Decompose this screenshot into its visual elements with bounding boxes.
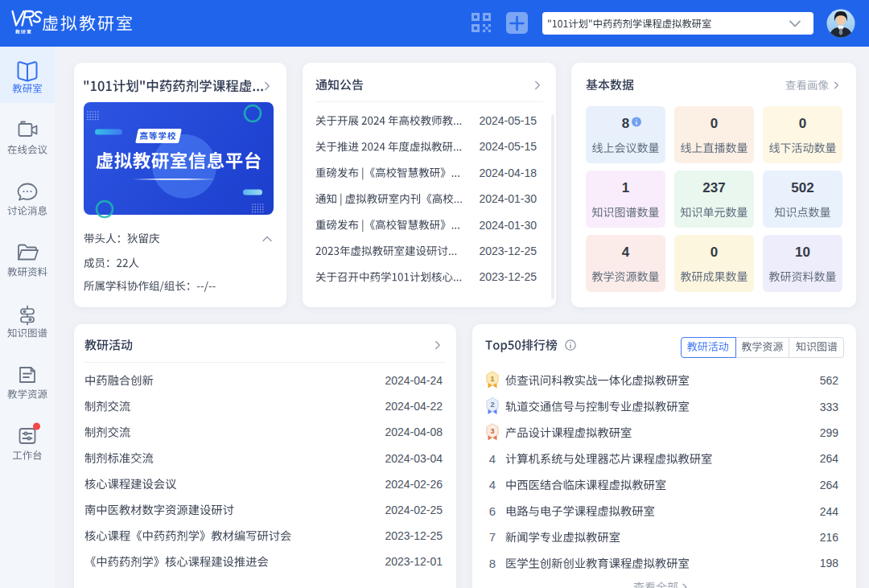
svg-text:4: 4 [489,478,496,491]
svg-text:8: 8 [489,557,496,570]
svg-text:7: 7 [489,530,496,544]
svg-text:3: 3 [490,427,494,435]
svg-text:6: 6 [489,504,496,518]
svg-text:4: 4 [489,452,496,466]
svg-text:1: 1 [490,375,494,383]
svg-text:2: 2 [490,401,494,409]
